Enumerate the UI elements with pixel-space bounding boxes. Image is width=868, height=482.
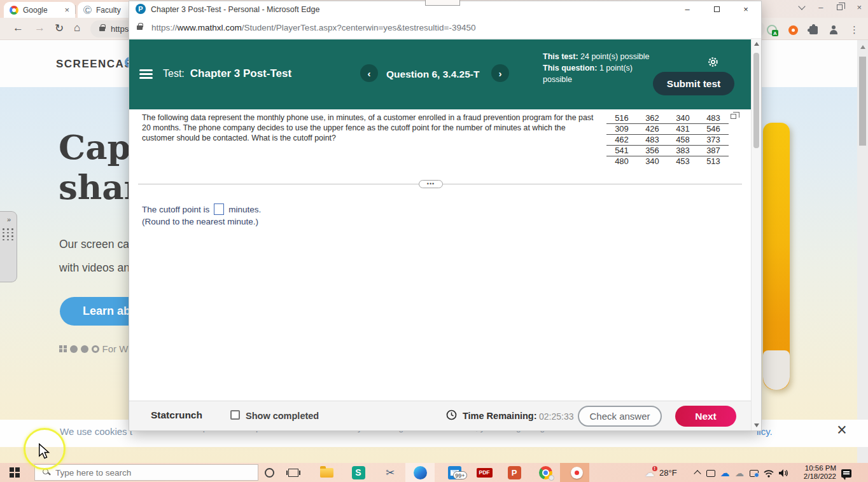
restore-icon[interactable] <box>837 4 843 10</box>
action-center-button[interactable] <box>840 467 853 479</box>
wifi-icon <box>764 469 774 478</box>
page-body-line-1: Our screen cap <box>59 238 136 251</box>
edge-app-button[interactable] <box>409 463 431 482</box>
weather-tray-icon[interactable]: ☁ <box>643 465 657 479</box>
volume-tray-icon[interactable] <box>778 468 789 478</box>
taskbar-search[interactable] <box>34 464 258 481</box>
table-cell: 483 <box>637 134 668 145</box>
menu-icon[interactable] <box>139 69 153 81</box>
profile-icon[interactable] <box>829 25 838 34</box>
settings-gear-icon[interactable] <box>707 56 719 71</box>
mail-badge: 99+ <box>453 471 467 479</box>
scroll-up-icon[interactable] <box>754 42 759 46</box>
back-icon[interactable]: ← <box>13 22 24 34</box>
tab-close-icon[interactable]: × <box>64 6 69 14</box>
chevron-left-icon: ‹ <box>368 68 371 79</box>
search-input[interactable] <box>55 465 253 480</box>
this-question-points: This question: 1 point(s) possible <box>543 62 651 85</box>
extensions-puzzle-icon[interactable] <box>809 26 818 34</box>
table-cell: 383 <box>668 145 698 156</box>
extension-a-icon[interactable] <box>767 25 777 35</box>
powerpoint-app-button[interactable]: P <box>503 463 525 482</box>
green-s-app-button[interactable]: S <box>347 463 369 482</box>
table-row: 541356383387 <box>606 145 729 156</box>
tab-faculty[interactable]: C Faculty <box>78 2 136 18</box>
tooltip-remnant <box>425 0 460 6</box>
test-player-footer: Statcrunch Show completed Time Remaining… <box>129 401 751 430</box>
side-widget-handle[interactable]: » <box>0 211 17 282</box>
cast-tray-icon[interactable] <box>748 469 760 478</box>
scrollbar-thumb[interactable] <box>859 57 866 146</box>
test-title: Test: Chapter 3 Post-Test <box>163 67 291 80</box>
minimize-icon[interactable]: – <box>818 3 823 12</box>
temperature-readout[interactable]: 28°F <box>659 467 677 478</box>
next-question-button[interactable]: › <box>491 64 509 82</box>
close-icon[interactable]: × <box>857 3 862 12</box>
wifi-tray-icon[interactable] <box>763 468 774 478</box>
drag-dots-icon <box>3 228 14 240</box>
chrome-app-button[interactable] <box>535 463 556 482</box>
table-cell: 483 <box>698 113 729 123</box>
snipping-tool-button[interactable]: ✂ <box>379 463 401 482</box>
home-icon[interactable]: ⌂ <box>74 22 80 34</box>
windows-platform-icon <box>59 345 67 353</box>
scroll-down-icon[interactable] <box>754 423 759 427</box>
table-cell: 309 <box>606 123 637 134</box>
file-explorer-button[interactable] <box>316 463 337 482</box>
tablet-tray-icon[interactable] <box>705 469 717 478</box>
table-cell: 340 <box>668 113 698 123</box>
scrollbar-thumb[interactable] <box>753 53 759 148</box>
start-button[interactable] <box>5 463 24 482</box>
onedrive-tray-icon[interactable]: ☁ <box>719 467 731 478</box>
show-completed-label: Show completed <box>246 411 319 421</box>
forward-icon[interactable]: → <box>34 22 45 34</box>
extension-orange-icon[interactable] <box>788 25 798 35</box>
popout-table-icon[interactable] <box>731 114 736 119</box>
tab-google[interactable]: Google × <box>4 2 75 18</box>
close-button[interactable]: × <box>735 1 757 17</box>
show-completed-checkbox[interactable] <box>230 410 240 420</box>
maximize-button[interactable] <box>706 1 727 17</box>
window-title: Chapter 3 Post-Test - Personal - Microso… <box>151 5 319 14</box>
edge-window: P Chapter 3 Post-Test - Personal - Micro… <box>129 1 761 430</box>
apple-platform-icon <box>70 345 78 353</box>
cortana-icon <box>265 468 274 478</box>
background-url-text: https <box>111 24 129 34</box>
browser-menu-icon[interactable]: ⋮ <box>850 24 859 36</box>
tray-time: 10:56 PM <box>794 464 836 472</box>
screen-recorder-button[interactable] <box>566 463 587 482</box>
check-answer-button[interactable]: Check answer <box>578 406 662 427</box>
cookie-close-icon[interactable]: × <box>837 422 847 439</box>
maximize-icon <box>714 6 720 12</box>
task-view-icon <box>288 469 298 477</box>
cortana-button[interactable] <box>260 463 279 482</box>
divider-drag-handle[interactable]: ••• <box>419 180 443 188</box>
scroll-up-icon[interactable] <box>860 45 865 49</box>
refresh-icon[interactable]: ↻ <box>55 22 64 35</box>
statcrunch-link[interactable]: Statcrunch <box>151 410 202 421</box>
expand-arrows-icon: » <box>0 216 17 223</box>
chevron-right-icon: › <box>499 68 502 79</box>
answer-input[interactable] <box>214 203 224 215</box>
tray-expand-button[interactable] <box>692 467 703 478</box>
task-view-button[interactable] <box>284 463 303 482</box>
next-button[interactable]: Next <box>675 406 736 427</box>
minimize-button[interactable]: – <box>676 1 698 17</box>
chevron-down-icon[interactable] <box>799 3 806 10</box>
mouse-cursor <box>38 443 51 462</box>
taskbar: S ✂ 99+ PDF P ☁ 28°F ☁ ☁ 10:56 PM 2/18/2… <box>0 463 868 482</box>
answer-note: (Round to the nearest minute.) <box>142 217 258 226</box>
tray-clock[interactable]: 10:56 PM 2/18/2022 <box>794 464 836 481</box>
edge-address-bar[interactable]: https://www.mathxl.com/Student/PlayerTes… <box>129 17 761 39</box>
desktop: Google × C Faculty – × ← → ↻ ⌂ https ⋮ <box>0 0 868 482</box>
background-scrollbar[interactable] <box>857 40 868 463</box>
data-table: 5163623404833094264315464624834583735413… <box>606 113 729 167</box>
pdf-app-button[interactable]: PDF <box>473 463 495 482</box>
table-row: 309426431546 <box>606 123 729 134</box>
submit-test-button[interactable]: Submit test <box>653 72 734 95</box>
cloud-tray-icon[interactable]: ☁ <box>734 467 745 479</box>
test-player-header: Test: Chapter 3 Post-Test ‹ Question 6, … <box>129 39 751 109</box>
edge-scrollbar[interactable] <box>751 39 761 430</box>
previous-question-button[interactable]: ‹ <box>360 64 378 82</box>
platforms-row: For Wi <box>59 343 130 354</box>
